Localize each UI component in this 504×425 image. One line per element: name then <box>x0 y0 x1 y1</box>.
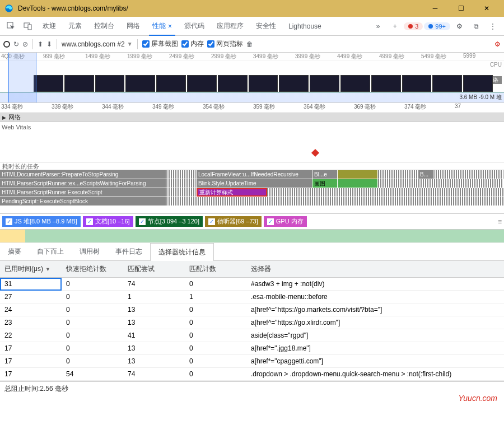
table-row[interactable]: 170130a[href*="cpaggetti.com"] <box>0 355 504 368</box>
tab-security[interactable]: 安全性 <box>250 17 282 36</box>
flame-bar[interactable] <box>166 179 197 188</box>
load-button[interactable]: ⬆ <box>38 40 43 48</box>
minimize-button[interactable]: ─ <box>422 0 448 17</box>
maximize-button[interactable]: ☐ <box>448 0 474 17</box>
webvitals-marker[interactable] <box>311 149 319 157</box>
flame-bar-selected[interactable]: 重新计算样式 <box>197 188 267 197</box>
subtab-selectorstats[interactable]: 选择器统计信息 <box>150 243 214 261</box>
table-row[interactable]: 1754740.dropdown > .dropdown-menu.quick-… <box>0 368 504 381</box>
flame-chart[interactable]: HTMLDocumentParser::PrepareToStopParsing… <box>0 170 504 214</box>
table-row[interactable]: 27011.esa-mobile-menu::before <box>0 291 504 303</box>
flame-bar[interactable]: Bl...e <box>312 170 338 179</box>
table-row[interactable]: 220410aside[class="rgpd"] <box>0 329 504 342</box>
table-row[interactable]: 170130a[href*=".jgg18.me"] <box>0 342 504 355</box>
tab-sources[interactable]: 源代码 <box>179 17 210 36</box>
col-selector[interactable]: 选择器 <box>246 261 504 278</box>
chevron-right-icon: ▶ <box>2 115 6 120</box>
flame-bar[interactable]: PendingScript::ExecuteScriptBlock <box>0 197 166 206</box>
heap-range-label: 3.6 MB -9.0 M 堆 <box>459 94 502 101</box>
selector-stats-table[interactable]: 已用时间(μs)▼ 快速拒绝计数 匹配尝试 匹配计数 选择器 310740#as… <box>0 261 504 381</box>
chip-docs[interactable]: ✓文档[10 –16] <box>83 216 133 227</box>
settings-icon[interactable]: ⚙ <box>451 18 467 34</box>
filmstrip <box>34 75 493 92</box>
table-row[interactable]: 310740#asdw3 + img + :not(div) <box>0 278 504 291</box>
webvitals-checkbox[interactable]: 网页指标 <box>207 39 243 49</box>
window-title: DevTools - www.cnblogs.com/mylibs/ <box>18 4 422 12</box>
tab-elements[interactable]: 元素 <box>63 17 87 36</box>
subtab-calltree[interactable]: 调用树 <box>72 243 108 260</box>
performance-toolbar: ↻ ⊘ ⬆ ⬇ www.cnblogs.com #2 ▼ 屏幕截图 内存 网页指… <box>0 36 504 53</box>
trash-button[interactable]: 🗑 <box>246 40 253 48</box>
svg-rect-3 <box>28 25 31 30</box>
clear-button[interactable]: ⊘ <box>22 40 28 48</box>
device-toggle-icon[interactable] <box>20 18 36 34</box>
flame-bar[interactable]: LocalFrameView::u...IfNeededRecursive <box>197 170 312 179</box>
tab-performance[interactable]: 性能× <box>147 17 178 36</box>
detail-ruler: 334 毫秒339 毫秒344 毫秒349 毫秒354 毫秒359 毫秒364 … <box>0 103 504 113</box>
subtab-eventlog[interactable]: 事件日志 <box>108 243 150 260</box>
subtab-summary[interactable]: 摘要 <box>0 243 29 260</box>
chip-listeners[interactable]: ✓侦听器[69 –73] <box>205 216 262 227</box>
devtools-tabbar: 欢迎 元素 控制台 网络 性能× 源代码 应用程序 安全性 Lighthouse… <box>0 17 504 36</box>
screenshot-checkbox[interactable]: 屏幕截图 <box>142 39 178 49</box>
memory-checkbox[interactable]: 内存 <box>181 39 204 49</box>
table-row[interactable]: 240130a[href^="https://go.markets.com/vi… <box>0 303 504 316</box>
network-track-header[interactable]: ▶网络 <box>0 113 504 122</box>
flame-bar[interactable] <box>166 170 197 179</box>
memory-chips: ✓JS 堆[8.0 MB –8.9 MB] ✓文档[10 –16] ✓节点[3 … <box>0 214 504 230</box>
window-titlebar: DevTools - www.cnblogs.com/mylibs/ ─ ☐ ✕ <box>0 0 504 17</box>
col-elapsed[interactable]: 已用时间(μs)▼ <box>0 261 62 278</box>
chip-gpu[interactable]: ✓GPU 内存 <box>264 216 307 227</box>
flame-bar[interactable]: B... <box>418 170 433 179</box>
flame-bar[interactable] <box>378 179 504 188</box>
flame-bar[interactable]: HTMLParserScriptRunner ExecuteScript <box>0 188 166 197</box>
col-reject[interactable]: 快速拒绝计数 <box>62 261 123 278</box>
flame-bar[interactable] <box>267 188 504 197</box>
recording-selector[interactable]: www.cnblogs.com #2 ▼ <box>62 40 133 48</box>
capture-settings-icon[interactable]: ⚙ <box>494 40 501 48</box>
flame-bar[interactable] <box>338 179 378 188</box>
timeline-overview[interactable]: 4Q0 毫秒999 毫秒1499 毫秒1999 毫秒2499 毫秒2999 毫秒… <box>0 53 504 103</box>
flame-bar[interactable]: HTMLDocumentParser::PrepareToStopParsing <box>0 170 166 179</box>
tab-welcome[interactable]: 欢迎 <box>37 17 62 36</box>
heap-chart <box>0 92 504 102</box>
chips-menu-icon[interactable]: ≡ <box>498 218 502 226</box>
flame-bar[interactable] <box>166 197 504 206</box>
flame-bar[interactable]: Blink.Style.UpdateTime <box>197 179 312 188</box>
flame-bar[interactable] <box>338 170 378 179</box>
timeline-selection[interactable] <box>8 53 36 102</box>
flame-bar[interactable]: 画图 <box>312 179 338 188</box>
kebab-icon[interactable]: ⋮ <box>485 18 501 34</box>
col-matches[interactable]: 匹配计数 <box>185 261 246 278</box>
tab-lighthouse[interactable]: Lighthouse <box>283 17 327 36</box>
error-badge[interactable]: 3 <box>404 22 423 30</box>
tab-network[interactable]: 网络 <box>121 17 146 36</box>
table-row[interactable]: 230130a[href^="https://go.xlirdr.com"] <box>0 316 504 329</box>
record-button[interactable] <box>3 41 10 48</box>
flame-bar[interactable]: HTMLParserScriptRunner::ex...eScriptsWai… <box>0 179 166 188</box>
cpu-label: CPU <box>490 62 502 68</box>
new-tab-icon[interactable]: + <box>387 18 403 34</box>
flame-bar[interactable] <box>166 188 197 197</box>
memory-chart <box>0 230 504 243</box>
close-tab-icon[interactable]: × <box>168 22 172 30</box>
tab-application[interactable]: 应用程序 <box>211 17 249 36</box>
col-attempts[interactable]: 匹配尝试 <box>123 261 185 278</box>
detail-subtabs: 摘要 自下而上 调用树 事件日志 选择器统计信息 <box>0 243 504 261</box>
flame-bar[interactable] <box>433 170 504 179</box>
save-button[interactable]: ⬇ <box>46 40 52 48</box>
chip-jsheap[interactable]: ✓JS 堆[8.0 MB –8.9 MB] <box>2 216 81 227</box>
tab-console[interactable]: 控制台 <box>88 17 120 36</box>
inspect-icon[interactable] <box>3 18 19 34</box>
subtab-bottomup[interactable]: 自下而上 <box>29 243 72 260</box>
detach-icon[interactable]: ⧉ <box>468 18 484 34</box>
more-tabs-icon[interactable]: » <box>370 18 386 34</box>
close-button[interactable]: ✕ <box>474 0 500 17</box>
longtasks-label: 耗时长的任务 <box>0 162 504 170</box>
reload-button[interactable]: ↻ <box>13 40 19 48</box>
chip-nodes[interactable]: ✓节点[3 094 –3 120] <box>136 216 203 227</box>
flame-bar[interactable] <box>378 170 418 179</box>
timeline-ticks: 4Q0 毫秒999 毫秒1499 毫秒1999 毫秒2499 毫秒2999 毫秒… <box>0 53 504 60</box>
webvitals-track: Web Vitals <box>0 122 504 162</box>
issues-badge[interactable]: 99+ <box>424 22 450 30</box>
